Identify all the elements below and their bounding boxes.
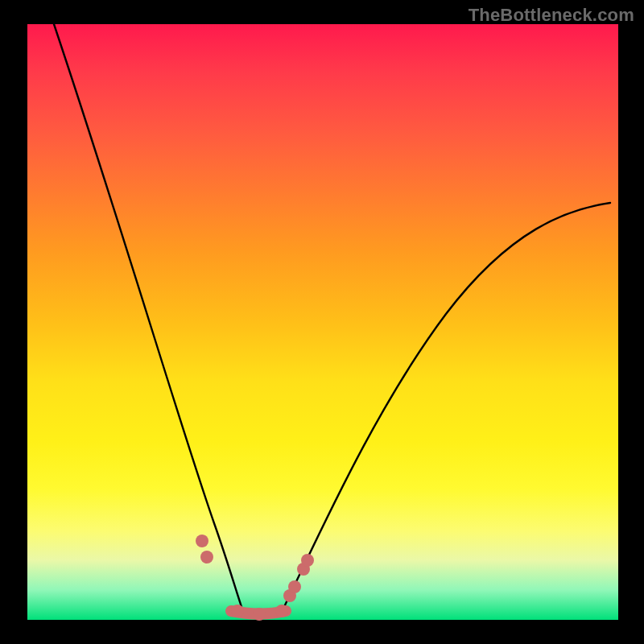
chart-svg [27, 24, 618, 620]
marker-dot [200, 551, 213, 564]
marker-group [196, 535, 314, 621]
marker-dot [231, 605, 244, 617]
curve-left-arm [54, 24, 243, 612]
watermark-text: TheBottleneck.com [469, 5, 634, 26]
marker-dot [196, 535, 208, 547]
marker-dot [275, 605, 288, 617]
marker-dot [288, 580, 301, 593]
marker-dot [253, 608, 266, 621]
marker-dot [301, 554, 314, 567]
curve-right-arm [282, 203, 610, 612]
